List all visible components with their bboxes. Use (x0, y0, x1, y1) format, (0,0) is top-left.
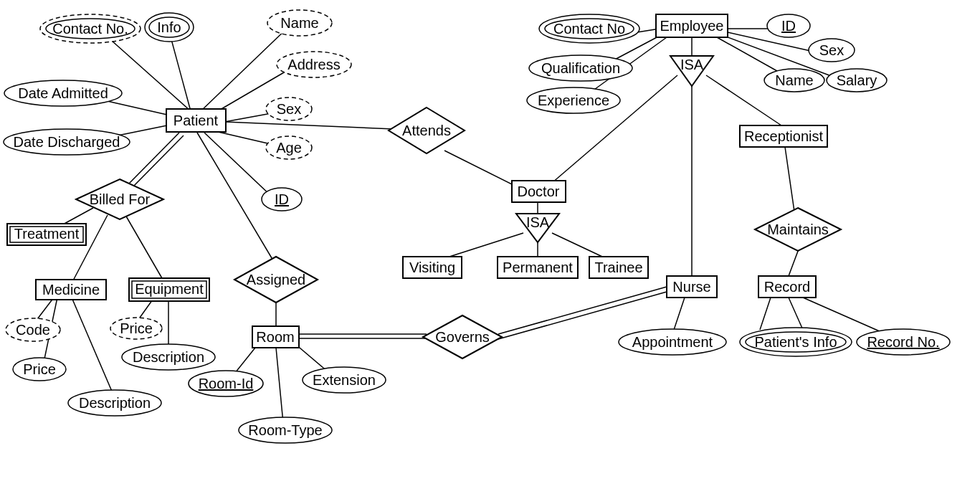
svg-line-2 (201, 25, 290, 111)
rel-maintains-label: Maintains (767, 222, 829, 237)
svg-line-13 (125, 215, 165, 283)
attr-medicine-code: Code (6, 318, 60, 341)
entity-record: Record (758, 276, 816, 298)
attr-equipment-price: Price (110, 318, 162, 339)
attr-patient-info: Info (145, 13, 194, 42)
rel-assigned-label: Assigned (247, 272, 305, 287)
entity-room-label: Room (256, 329, 294, 345)
attr-room-type-label: Room-Type (248, 422, 322, 438)
attr-record-patients-info: Patient's Info (740, 328, 852, 356)
attr-employee-salary-label: Salary (837, 72, 877, 88)
svg-line-24 (226, 122, 394, 129)
isa-doctor-label: ISA (526, 214, 550, 230)
attr-patient-address: Address (277, 52, 351, 77)
svg-line-25 (444, 151, 516, 186)
entity-record-label: Record (764, 279, 810, 295)
entity-permanent: Permanent (498, 257, 578, 278)
rel-billed-for: Billed For (76, 179, 163, 219)
rel-governs-label: Governs (435, 329, 490, 345)
attr-employee-sex-label: Sex (819, 42, 844, 58)
attr-patient-id: ID (262, 188, 302, 211)
svg-line-0 (105, 34, 191, 111)
attr-patient-name: Name (267, 10, 332, 36)
entity-employee: Employee (656, 14, 728, 37)
entity-treatment: Treatment (7, 224, 86, 245)
entity-patient-label: Patient (173, 113, 219, 128)
attr-room-type: Room-Type (239, 417, 332, 443)
attr-patient-date-discharged: Date Discharged (4, 129, 130, 155)
attr-employee-experience-label: Experience (538, 92, 609, 108)
attr-employee-qualification-label: Qualification (541, 60, 620, 76)
entity-visiting: Visiting (403, 257, 462, 278)
attr-employee-id-label: ID (781, 18, 796, 34)
entity-equipment: Equipment (129, 278, 209, 301)
entity-medicine-label: Medicine (42, 282, 100, 298)
svg-line-49 (789, 298, 803, 330)
attr-employee-contact-no: Contact No (539, 14, 639, 43)
svg-line-45 (674, 298, 685, 330)
attr-room-id-label: Room-Id (199, 376, 254, 391)
entity-treatment-label: Treatment (14, 226, 80, 242)
attr-room-extension: Extension (303, 367, 386, 393)
attr-patient-sex-label: Sex (277, 101, 301, 117)
er-diagram: Patient Employee Doctor Visiting Permane… (0, 0, 980, 504)
svg-line-22 (276, 348, 283, 423)
attr-patient-date-admitted-label: Date Admitted (18, 85, 108, 101)
svg-line-9 (128, 133, 179, 185)
attr-record-patients-info-label: Patient's Info (755, 334, 837, 350)
attr-patient-sex: Sex (266, 98, 312, 120)
attr-patient-name-label: Name (280, 15, 318, 31)
attr-nurse-appointment-label: Appointment (632, 334, 713, 350)
attr-equipment-description-label: Description (133, 349, 204, 365)
entity-visiting-label: Visiting (409, 260, 455, 275)
attr-employee-name-label: Name (775, 72, 813, 88)
entity-doctor: Doctor (512, 181, 566, 202)
isa-doctor: ISA (516, 214, 559, 242)
attr-record-record-no-label: Record No. (867, 334, 939, 350)
attr-patient-address-label: Address (287, 57, 340, 72)
entity-permanent-label: Permanent (503, 260, 573, 275)
entity-room: Room (252, 326, 299, 348)
rel-assigned: Assigned (234, 257, 318, 303)
attr-employee-experience: Experience (527, 87, 620, 113)
entity-receptionist-label: Receptionist (744, 128, 824, 144)
svg-line-1 (169, 32, 191, 111)
attr-employee-sex: Sex (809, 39, 855, 62)
entity-equipment-label: Equipment (135, 281, 204, 297)
attr-employee-salary: Salary (827, 69, 887, 92)
attr-employee-contact-no-label: Contact No (553, 21, 625, 37)
svg-line-43 (498, 287, 667, 334)
rel-maintains: Maintains (755, 208, 841, 251)
svg-line-47 (789, 247, 799, 276)
svg-line-48 (760, 298, 771, 330)
attr-employee-id: ID (767, 14, 810, 37)
entity-trainee-label: Trainee (594, 260, 642, 275)
attr-patient-age-label: Age (276, 140, 302, 156)
attr-medicine-price: Price (13, 358, 66, 381)
rel-billed-for-label: Billed For (90, 191, 151, 207)
attr-patient-date-admitted: Date Admitted (4, 80, 122, 106)
attr-patient-contact-no: Contact No. (40, 14, 141, 43)
attr-patient-date-discharged-label: Date Discharged (14, 134, 120, 150)
isa-employee: ISA (670, 56, 713, 86)
attr-employee-qualification: Qualification (529, 55, 632, 81)
attr-medicine-description: Description (68, 390, 161, 416)
attr-patient-age: Age (266, 136, 312, 159)
attr-patient-contact-no-label: Contact No. (52, 21, 128, 37)
entity-doctor-label: Doctor (518, 184, 560, 199)
entity-nurse: Nurse (667, 276, 717, 298)
attr-nurse-appointment: Appointment (619, 329, 726, 355)
attr-equipment-description: Description (122, 344, 215, 370)
attr-record-record-no: Record No. (857, 329, 950, 355)
rel-attends-label: Attends (402, 123, 451, 138)
rel-attends: Attends (389, 108, 465, 153)
rel-governs: Governs (423, 315, 502, 358)
attr-medicine-price-label: Price (23, 361, 56, 377)
attr-medicine-code-label: Code (16, 322, 50, 338)
attr-patient-id-label: ID (275, 191, 289, 207)
entity-trainee: Trainee (589, 257, 648, 278)
entity-employee-label: Employee (660, 18, 724, 34)
entity-nurse-label: Nurse (672, 279, 710, 295)
entity-receptionist: Receptionist (740, 125, 827, 147)
svg-line-46 (785, 147, 794, 211)
